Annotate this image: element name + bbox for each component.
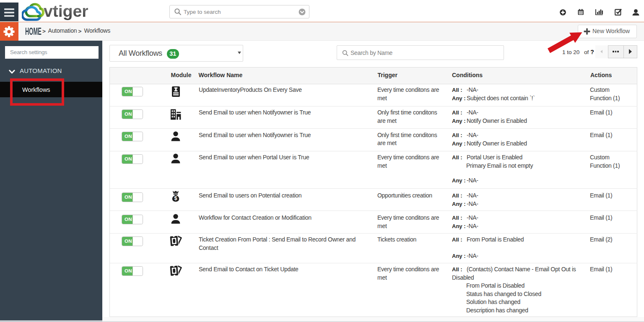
svg-text:$: $ [174,195,177,201]
